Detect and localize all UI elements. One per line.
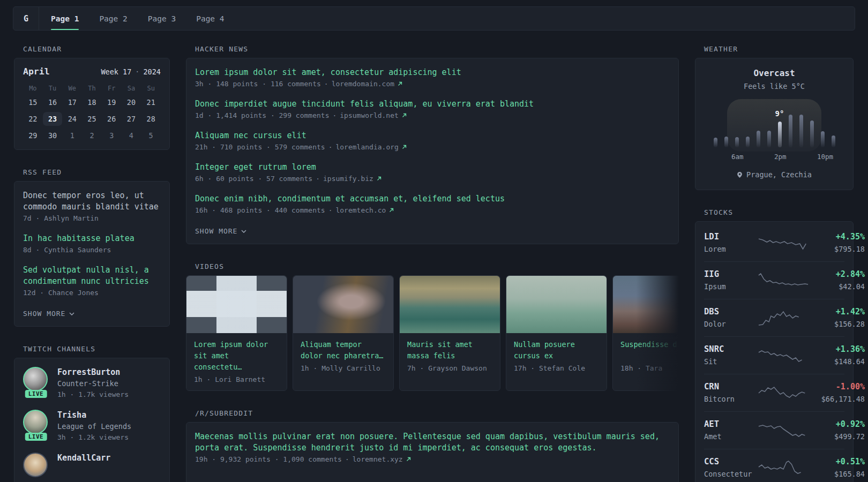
stock-id: DBS Dolor xyxy=(704,306,758,329)
weather-bar xyxy=(714,138,717,147)
video-card[interactable]: Nullam posuere cursus ex 17h · Stefan Co… xyxy=(506,275,607,391)
stock-change: +0.92% xyxy=(809,419,865,430)
twitch-channel-name[interactable]: Trisha xyxy=(57,410,86,420)
hacker-news-card: Lorem ipsum dolor sit amet, consectetur … xyxy=(186,58,679,244)
tab-page-1[interactable]: Page 1 xyxy=(51,7,79,30)
video-card-body: Suspendisse diam 18h · Tara xyxy=(613,333,679,379)
weekday-label: Mo xyxy=(23,85,43,92)
weather-bars xyxy=(710,113,839,147)
weather-bar-slot xyxy=(753,113,764,147)
video-thumbnail[interactable] xyxy=(293,276,393,333)
hn-item-title[interactable]: Lorem ipsum dolor sit amet, consectetur … xyxy=(195,67,670,78)
avatar[interactable] xyxy=(23,410,48,434)
video-meta: 1h · Molly Carrillo xyxy=(301,364,386,372)
stock-row: DBS Dolor +1.42% $156.28 xyxy=(704,299,844,336)
weather-bar xyxy=(746,137,750,147)
stock-id: SNRC Sit xyxy=(704,344,758,367)
stock-values: +2.84% $42.04 xyxy=(809,269,865,292)
calendar-weekday-header: Mo Tu We Th Fr Sa Su xyxy=(23,85,161,92)
rss-item-title[interactable]: In hac habitasse platea xyxy=(23,233,161,244)
hn-item-title[interactable]: Donec imperdiet augue tincidunt felis al… xyxy=(195,99,670,110)
calendar-week-year: Week 17 · 2024 xyxy=(101,67,161,76)
stocks-widget: STOCKS LDI Lorem +4.35% $795.18 IIG xyxy=(695,208,854,482)
video-thumbnail[interactable] xyxy=(186,276,287,333)
rss-item: Donec tempor eros leo, ut commodo mauris… xyxy=(23,190,161,224)
subreddit-meta-text: 19h · 9,932 points · 1,090 comments xyxy=(195,454,342,465)
hn-meta-text: 16h · 468 points · 440 comments xyxy=(195,205,325,216)
weather-location: Prague, Czechia xyxy=(705,170,843,179)
twitch-channel-row: KendallCarr xyxy=(23,453,161,482)
tab-page-4[interactable]: Page 4 xyxy=(196,7,224,30)
hn-item-domain-link[interactable]: ipsumify.biz xyxy=(323,173,373,184)
separator-dot: · xyxy=(345,454,349,465)
video-thumbnail[interactable] xyxy=(400,276,500,333)
calendar-day: 28 xyxy=(141,112,161,126)
calendar-day-grid: 15 16 17 18 19 20 21 22 23 24 25 26 27 2… xyxy=(23,95,161,142)
video-card-body: Lorem ipsum dolor sit amet consectetu… 1… xyxy=(186,333,287,390)
show-more-label: SHOW MORE xyxy=(195,227,237,235)
rss-item: Sed volutpat nulla nisl, a condimentum n… xyxy=(23,265,161,298)
twitch-channel-name[interactable]: ForrestBurton xyxy=(57,367,120,377)
weather-bar-slot xyxy=(710,113,721,147)
hn-item-meta: 3h · 148 points · 116 comments · loremdo… xyxy=(195,78,670,89)
video-title[interactable]: Nullam posuere cursus ex xyxy=(514,339,599,362)
videos-widget: VIDEOS Lorem ipsum dolor sit amet consec… xyxy=(186,262,679,391)
avatar[interactable] xyxy=(23,367,48,391)
weekday-label: Fr xyxy=(102,85,122,92)
stock-sparkline xyxy=(758,460,809,477)
hn-meta-text: 1d · 1,414 points · 299 comments xyxy=(195,110,329,121)
video-card[interactable]: Suspendisse diam 18h · Tara xyxy=(612,275,679,391)
stock-id: CRN Bitcorn xyxy=(704,381,758,404)
hn-item-title[interactable]: Integer eget rutrum lorem xyxy=(195,162,670,173)
hn-item-title[interactable]: Donec enim nibh, condimentum et accumsan… xyxy=(195,193,670,205)
tab-page-3[interactable]: Page 3 xyxy=(148,7,176,30)
stock-change: +0.51% xyxy=(809,456,865,467)
video-thumbnail[interactable] xyxy=(613,276,679,333)
avatar[interactable] xyxy=(23,453,48,477)
calendar-card: April Week 17 · 2024 Mo Tu We Th Fr Sa S… xyxy=(14,58,170,150)
stock-sparkline xyxy=(758,310,809,327)
hn-show-more-button[interactable]: SHOW MORE xyxy=(195,227,246,235)
weather-bar-slot xyxy=(806,113,817,147)
hn-meta-text: 6h · 60 points · 57 comments xyxy=(195,173,312,184)
stock-price: $156.28 xyxy=(809,319,865,329)
video-card[interactable]: Lorem ipsum dolor sit amet consectetu… 1… xyxy=(186,275,287,391)
video-title[interactable]: Suspendisse diam xyxy=(620,339,679,362)
weather-widget: WEATHER Overcast Feels like 5°C xyxy=(695,45,854,190)
weather-condition: Overcast xyxy=(705,68,843,78)
calendar-week: Week 17 xyxy=(101,67,131,76)
video-card[interactable]: Aliquam tempor dolor nec pharetra… 1h · … xyxy=(293,275,394,391)
rss-item-title[interactable]: Sed volutpat nulla nisl, a condimentum n… xyxy=(23,265,161,287)
hn-item-domain-link[interactable]: loremtech.co xyxy=(335,205,386,216)
video-thumbnail[interactable] xyxy=(506,276,607,333)
stock-id: IIG Ipsum xyxy=(704,269,758,292)
hn-item-domain-link[interactable]: loremlandia.org xyxy=(335,141,398,153)
subreddit-post-title[interactable]: Maecenas mollis pulvinar erat non posuer… xyxy=(195,431,670,454)
stock-row: SNRC Sit +1.36% $148.64 xyxy=(704,336,844,374)
weather-time-axis: 6am 2pm 10pm xyxy=(710,153,839,161)
rss-show-more-button[interactable]: SHOW MORE xyxy=(23,310,74,318)
stock-id: CCS Consectetur xyxy=(704,456,758,479)
video-card[interactable]: Mauris sit amet massa felis 7h · Grayson… xyxy=(399,275,500,391)
time-tick: 2pm xyxy=(774,153,785,161)
video-card-body: Mauris sit amet massa felis 7h · Grayson… xyxy=(400,333,500,379)
stock-change: +1.42% xyxy=(809,306,865,317)
app-logo[interactable]: G xyxy=(13,7,39,30)
subreddit-domain-link[interactable]: loremnet.xyz xyxy=(353,454,403,465)
hn-item-domain-link[interactable]: ipsumworld.net xyxy=(340,110,399,121)
weather-bar xyxy=(778,122,782,147)
video-title[interactable]: Aliquam tempor dolor nec pharetra… xyxy=(301,339,386,362)
hn-item-title[interactable]: Aliquam nec cursus elit xyxy=(195,130,670,141)
twitch-channel-row: LIVE Trisha League of Legends 3h · 1.2k … xyxy=(23,410,161,443)
weather-section-label: WEATHER xyxy=(704,45,854,53)
rss-item-title[interactable]: Donec tempor eros leo, ut commodo mauris… xyxy=(23,190,161,213)
weather-bar xyxy=(735,137,739,147)
weather-bar-slot xyxy=(817,113,828,147)
twitch-channel-name[interactable]: KendallCarr xyxy=(57,453,110,463)
tab-page-2[interactable]: Page 2 xyxy=(99,7,127,30)
weekday-label: Tu xyxy=(43,85,63,92)
video-title[interactable]: Mauris sit amet massa felis xyxy=(407,339,492,362)
hn-item-domain-link[interactable]: loremdomain.com xyxy=(332,78,394,89)
video-title[interactable]: Lorem ipsum dolor sit amet consectetu… xyxy=(194,339,279,373)
calendar-day: 18 xyxy=(82,95,102,109)
